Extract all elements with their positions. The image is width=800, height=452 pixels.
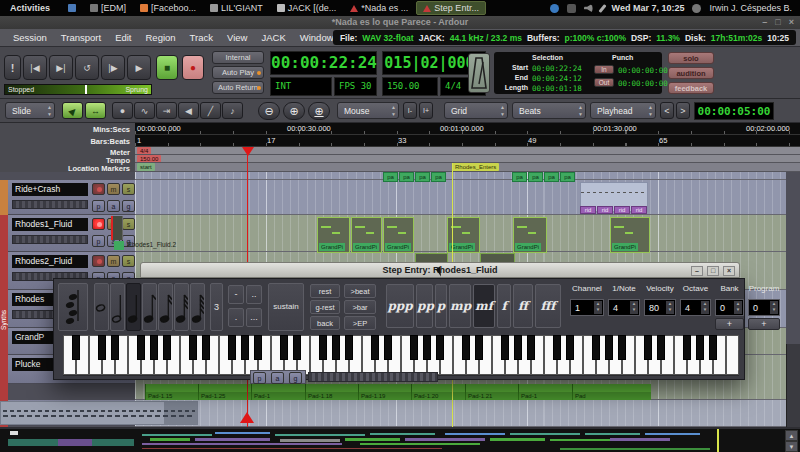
midi-region-pa[interactable]: pa bbox=[544, 172, 559, 182]
piano-key-black[interactable] bbox=[709, 335, 717, 360]
piano-key-black[interactable] bbox=[410, 335, 418, 360]
zoom-in-button[interactable]: ⊕ bbox=[283, 102, 305, 120]
play-range-button[interactable]: |▶ bbox=[101, 55, 125, 80]
piano-key-black[interactable] bbox=[189, 335, 197, 360]
stretch-tool-button[interactable]: ∿ bbox=[134, 102, 155, 119]
playlist-button[interactable]: p bbox=[92, 200, 105, 212]
fps-field[interactable]: FPS 30 bbox=[334, 77, 377, 96]
piano-key-black[interactable] bbox=[605, 335, 613, 360]
launcher-icon[interactable] bbox=[68, 4, 76, 12]
chord-button[interactable] bbox=[58, 283, 88, 331]
midi-region-pad[interactable]: Pad-1.20 bbox=[411, 384, 465, 400]
sync-mode-field[interactable]: INT bbox=[270, 77, 332, 96]
spinner-arrows[interactable]: ▲▼ bbox=[770, 301, 778, 314]
audio-region-atmosfera[interactable] bbox=[0, 401, 198, 425]
listen-tool-button[interactable]: ◀ bbox=[178, 102, 199, 119]
note-length-half-button[interactable] bbox=[110, 283, 125, 331]
piano-key-black[interactable] bbox=[657, 335, 665, 360]
piano-key-black[interactable] bbox=[293, 335, 301, 360]
midi-region-rid[interactable]: rid bbox=[597, 206, 613, 214]
midi-region-rid[interactable]: rid bbox=[580, 206, 596, 214]
piano-key-white[interactable] bbox=[726, 335, 739, 375]
dialog-maximize-button[interactable]: □ bbox=[707, 266, 719, 276]
midi-region-pad[interactable]: Pad-1.25 bbox=[198, 384, 251, 400]
midi-region-pa[interactable]: pa bbox=[383, 172, 398, 182]
rhodes-enters-marker[interactable]: Rhodes_Enters bbox=[452, 163, 499, 171]
minsec-ruler[interactable]: 00:00:00.00000:00:30.00000:01:00.00000:0… bbox=[135, 123, 800, 135]
piano-key-black[interactable] bbox=[332, 335, 340, 360]
volume-icon[interactable] bbox=[584, 4, 593, 13]
shuttle-control[interactable]: Stopped Sprung bbox=[4, 84, 152, 95]
piano-key-black[interactable] bbox=[228, 335, 236, 360]
audition-tool-button[interactable]: ⇥ bbox=[156, 102, 177, 119]
midi-region-pad[interactable]: Pad-1.19 bbox=[358, 384, 411, 400]
piano-key-black[interactable] bbox=[553, 335, 561, 360]
midi-region-pa[interactable]: pa bbox=[399, 172, 414, 182]
piano-key-black[interactable] bbox=[436, 335, 444, 360]
piano-key-black[interactable] bbox=[345, 335, 353, 360]
tempo-ruler[interactable]: 150.00 bbox=[135, 155, 800, 163]
dot-button[interactable]: ... bbox=[246, 308, 262, 327]
edit-note-tool-button[interactable]: ♪ bbox=[222, 102, 243, 119]
piano-key-black[interactable] bbox=[475, 335, 483, 360]
group-strip-drums[interactable] bbox=[0, 180, 8, 215]
mute-button[interactable]: m bbox=[107, 183, 120, 195]
midi-region-grandpi[interactable]: GrandPi bbox=[610, 217, 650, 253]
group-strip-synths[interactable]: Synths bbox=[0, 215, 8, 427]
window-titlebar[interactable]: *Nada es lo que Parece - Ardour – □ × bbox=[0, 16, 800, 29]
midi-region-grandpi[interactable]: GrandPi bbox=[513, 217, 547, 253]
taskbar-item[interactable]: LIL'GIANT bbox=[204, 1, 269, 15]
midi-region-grandpi[interactable]: GrandPi bbox=[383, 217, 414, 253]
piano-key-black[interactable] bbox=[371, 335, 379, 360]
dynamic-ff-button[interactable]: ff bbox=[513, 284, 533, 328]
piano-key-black[interactable] bbox=[501, 335, 509, 360]
midi-region-pad[interactable]: Pad-1 bbox=[251, 384, 305, 400]
goto-end-button[interactable]: ▶| bbox=[49, 55, 73, 80]
auto-play-button[interactable]: Auto Play bbox=[212, 66, 264, 79]
piano-key-black[interactable] bbox=[423, 335, 431, 360]
midi-panic-button[interactable]: ! bbox=[4, 55, 21, 80]
window-close-button[interactable]: × bbox=[789, 16, 794, 29]
taskbar-item[interactable]: [EDM] bbox=[84, 1, 132, 15]
note-length-sixteenth-button[interactable] bbox=[158, 283, 173, 331]
solo-track-button[interactable]: s bbox=[122, 255, 135, 267]
midi-region-pa[interactable]: pa bbox=[415, 172, 430, 182]
midi-region-pad[interactable]: Pad-1.21 bbox=[465, 384, 518, 400]
cut-tool-button[interactable]: ● bbox=[112, 102, 133, 119]
dialog-minimize-button[interactable]: – bbox=[691, 266, 703, 276]
solo-button[interactable]: solo bbox=[668, 52, 714, 64]
window-maximize-button[interactable]: □ bbox=[775, 16, 780, 29]
note-length-whole-button[interactable] bbox=[94, 283, 109, 331]
nudge-forward-button[interactable]: > bbox=[676, 102, 690, 119]
piano-key-black[interactable] bbox=[98, 335, 106, 360]
activities-button[interactable]: Activities bbox=[0, 3, 60, 13]
spinner-channel[interactable]: 1▲▼ bbox=[570, 299, 604, 316]
edit-mode-dropdown[interactable]: Slide▲▼ bbox=[5, 102, 55, 119]
group-button[interactable]: g bbox=[122, 200, 135, 212]
action-back-button[interactable]: back bbox=[310, 316, 340, 330]
playhead-triangle[interactable] bbox=[240, 412, 254, 423]
note-length-sixtyfourth-button[interactable] bbox=[190, 283, 205, 331]
midi-region-pad[interactable]: Pad-1.18 bbox=[305, 384, 358, 400]
dynamic-fff-button[interactable]: fff bbox=[535, 284, 561, 328]
bank-program-plus-button[interactable]: + bbox=[748, 318, 780, 330]
scroll-down-button[interactable]: ▼ bbox=[785, 441, 798, 452]
step-entry-titlebar[interactable]: Step Entry: Rhodes1_Fluid – □ × bbox=[140, 262, 740, 278]
track-name-1[interactable]: Ride+Crash bbox=[12, 183, 88, 196]
playlist-button[interactable]: p bbox=[92, 235, 105, 247]
track-name-3[interactable]: Rhodes2_Fluid bbox=[12, 255, 88, 268]
record-button[interactable]: ● bbox=[182, 55, 204, 80]
spinner-bank[interactable]: 0▲▼ bbox=[715, 299, 744, 316]
tempo-marker[interactable]: 150.00 bbox=[137, 155, 161, 163]
meter-marker[interactable]: 4/4 bbox=[137, 147, 151, 155]
playlist-button[interactable]: p bbox=[253, 372, 266, 384]
midi-region-pa[interactable]: pa bbox=[512, 172, 527, 182]
ruler-label-bars[interactable]: Bars:Beats bbox=[90, 137, 130, 146]
selection-length-value[interactable]: 00:00:01:18 bbox=[532, 84, 582, 93]
midi-region-rid[interactable]: rid bbox=[631, 206, 647, 214]
vertical-scrollbar[interactable] bbox=[786, 344, 800, 427]
dot-button[interactable]: - bbox=[228, 285, 244, 304]
stop-button[interactable]: ■ bbox=[156, 55, 178, 80]
track-name-2[interactable]: Rhodes1_Fluid bbox=[12, 218, 88, 231]
midi-region-rid[interactable]: rid bbox=[614, 206, 630, 214]
